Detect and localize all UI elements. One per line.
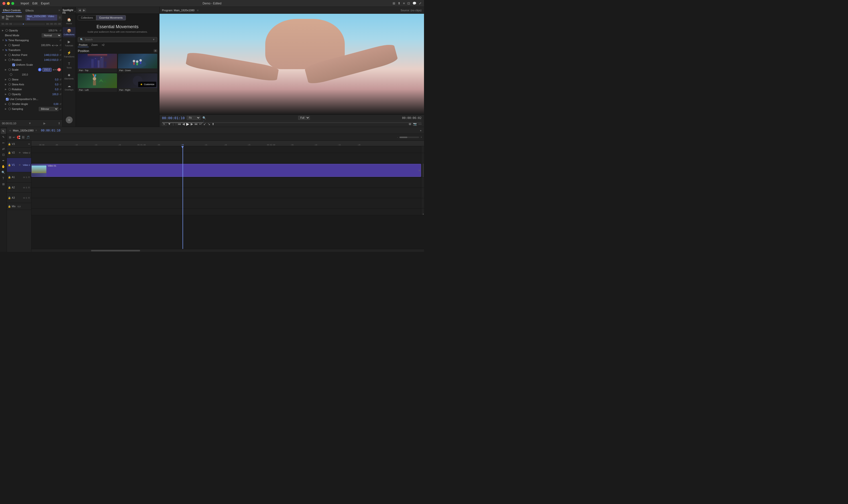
keyframe-opacity[interactable]	[5, 29, 8, 32]
prop-opacity-sub-value[interactable]: 100,0	[44, 93, 58, 96]
timeline-scrollbar-h[interactable]	[31, 249, 424, 252]
zoom-in-tl[interactable]: +	[421, 136, 422, 139]
tool-multi[interactable]: ⊞	[1, 181, 6, 187]
expand-shutter[interactable]: ▶	[5, 103, 7, 105]
share-icon[interactable]: ⬆	[398, 1, 401, 5]
menu-edit[interactable]: Edit	[32, 2, 37, 5]
full-select[interactable]: Full Half	[298, 116, 310, 120]
keyframe-skew[interactable]	[8, 78, 11, 81]
zoom-slider[interactable]	[400, 137, 419, 138]
reset-skew[interactable]: ↺	[59, 78, 61, 81]
fx-card-pan-down[interactable]: Pan - Down	[118, 54, 157, 72]
reset-transform[interactable]: ↺	[59, 49, 61, 52]
prop-scale-value[interactable]: 150,0	[42, 68, 52, 72]
prop-opacity-value[interactable]: 100,0 %	[43, 29, 57, 32]
lock-a2[interactable]: 🔒	[8, 186, 11, 189]
monitor-scrubber[interactable]	[162, 121, 422, 121]
nav-back[interactable]: ◀	[78, 8, 82, 12]
sidebar-item-transitions[interactable]: ⚡ Transitions	[63, 49, 75, 59]
tool-select2[interactable]: ⊡	[1, 152, 6, 158]
close-panel-icon[interactable]: ✕	[58, 9, 60, 12]
speed-arrows[interactable]: ◀ ● ▶	[52, 44, 58, 47]
lock-v2[interactable]: 🔒	[8, 151, 11, 154]
filter-more[interactable]: +2	[101, 43, 105, 47]
fx-card-pan-top[interactable]: Pan - Top	[78, 54, 117, 72]
track-eye-v1[interactable]: 👁	[19, 164, 21, 166]
lock-a1[interactable]: 🔒	[8, 176, 11, 179]
sidebar-item-collections[interactable]: 📦 Collections	[63, 27, 75, 37]
clip-block-v1[interactable]: Video 01 fx	[31, 164, 421, 177]
keyframe-rotation[interactable]	[8, 88, 11, 90]
seq-settings-icon[interactable]: ≡	[36, 129, 37, 132]
lock-a3[interactable]: 🔒	[8, 196, 11, 199]
lock-v1[interactable]: 🔒	[8, 164, 11, 166]
tool-razor[interactable]: ✂	[1, 140, 6, 146]
sidebar-item-home[interactable]: 🏠 Home	[63, 16, 75, 26]
zoom-out-tl[interactable]: -	[397, 136, 398, 139]
expand-skew[interactable]: ▶	[5, 78, 7, 81]
keyframe-anchor[interactable]	[8, 54, 11, 56]
expand-speed[interactable]: ▶	[5, 44, 7, 46]
expand-transform[interactable]: ▼	[2, 49, 4, 51]
track-s-a2[interactable]: S	[26, 186, 27, 189]
keyframe-skew-axis[interactable]	[8, 83, 11, 86]
prop-rotation-value[interactable]: 0,0	[44, 88, 58, 91]
filter-icon-ec[interactable]: ▼	[29, 122, 31, 125]
reset-shutter[interactable]: ↺	[59, 103, 61, 106]
workspace-icon[interactable]: ⊞	[393, 1, 395, 5]
nav-forward[interactable]: ▶	[82, 8, 86, 12]
sidebar-item-overlays[interactable]: ☁ Overlays	[63, 83, 75, 92]
keyframe-position[interactable]	[8, 59, 11, 61]
comment-icon[interactable]: 💬	[412, 1, 417, 5]
reset-position[interactable]: ↺	[59, 59, 61, 61]
lock-mix[interactable]: 🔒	[8, 205, 11, 208]
monitor-menu-icon[interactable]: ≡	[197, 9, 198, 12]
reset-skew-axis[interactable]: ↺	[59, 83, 61, 86]
expand-skew-axis[interactable]: ▶	[5, 83, 7, 86]
scrollbar-thumb-h[interactable]	[91, 250, 140, 251]
expand-icon[interactable]: ⤢	[419, 1, 422, 5]
tl-add-marker[interactable]: ⊞	[9, 136, 11, 139]
track-s-a3[interactable]: S	[26, 197, 27, 199]
reset-anchor[interactable]: ↺	[59, 54, 61, 56]
menu-import[interactable]: Import	[21, 2, 29, 5]
ec-timeline-bar[interactable]	[13, 23, 45, 24]
track-s-a1[interactable]: S	[26, 176, 27, 179]
prop-position-value[interactable]: 1440,0 810,0	[44, 59, 58, 61]
tool-ripple[interactable]: ✎	[1, 134, 6, 140]
sidebar-item-tutorials[interactable]: ▶ Tutorials	[63, 38, 75, 48]
track-mic-a2[interactable]: 🎙	[28, 186, 30, 189]
keyframe-opacity-sub[interactable]	[8, 93, 11, 95]
fx-card-pan-left[interactable]: Pan - Left	[78, 73, 117, 92]
prop-speed-value[interactable]: 100,00%	[36, 44, 51, 47]
expand-sampling[interactable]: ▶	[5, 108, 7, 110]
track-mic-a1[interactable]: 🎙	[28, 176, 30, 179]
tool-zoom-tl[interactable]: 🔍	[1, 170, 6, 175]
search-input[interactable]	[85, 38, 151, 41]
blend-mode-select[interactable]: Normal Multiply Screen	[42, 33, 61, 37]
keyframe-scale-sub[interactable]	[10, 73, 12, 76]
keyframe-speed[interactable]	[8, 44, 11, 46]
tl-audio-sync[interactable]: 🎵	[26, 136, 30, 139]
tool-hand[interactable]: ✋	[1, 164, 6, 169]
tl-menu-icon[interactable]: ≡	[9, 129, 11, 132]
prop-anchor-value[interactable]: 1440,0 810,0	[44, 54, 58, 56]
prop-skew-axis-value[interactable]: 0,0	[44, 83, 58, 86]
tl-insert[interactable]: ↩	[13, 136, 15, 139]
track-eye-v3[interactable]: 👁	[28, 143, 30, 145]
panel-menu-icon[interactable]: ☰	[59, 16, 61, 19]
fit-select[interactable]: Fit 25% 50% 100%	[187, 116, 200, 120]
reset-speed[interactable]: ↺	[59, 44, 61, 47]
export-icon-ec[interactable]: ⬆	[58, 122, 60, 125]
keyframe-scale[interactable]	[8, 68, 11, 71]
prop-shutter-value[interactable]: 0,00	[44, 103, 58, 106]
track-m-a2[interactable]: M	[23, 186, 25, 189]
tab-essential-movements[interactable]: Essential Movements	[96, 15, 126, 20]
expand-anchor[interactable]: ▶	[5, 54, 7, 56]
expand-opacity-sub[interactable]: ▶	[5, 93, 7, 95]
expand-opacity[interactable]: ▶	[2, 29, 4, 32]
reset-sampling[interactable]: ↺	[59, 108, 61, 110]
zoom-icon[interactable]: 🔍	[202, 116, 206, 120]
customize-btn-overlay[interactable]: ★ Customize	[138, 82, 156, 87]
reset-time-remap[interactable]: ↺	[59, 39, 61, 42]
